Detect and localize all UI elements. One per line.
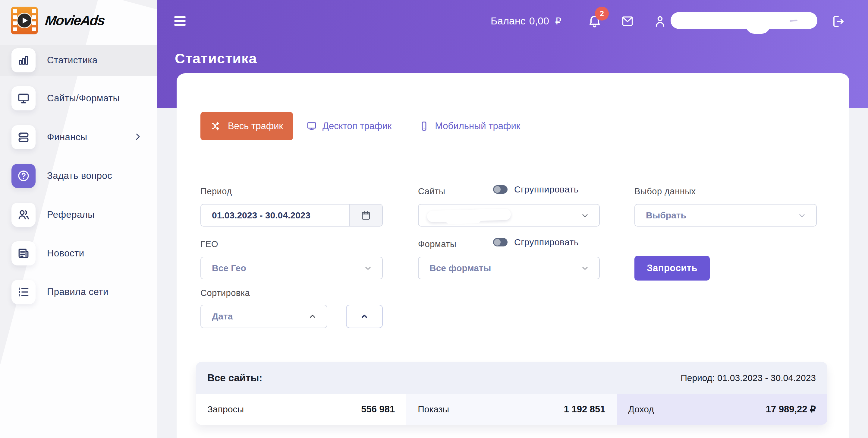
impressions-cell: Показы 1 192 851 [406,393,617,425]
chevron-down-icon [581,211,590,220]
username-redacted [671,12,817,29]
news-icon [11,241,36,265]
mobile-icon [418,121,430,132]
menu-toggle-button[interactable] [174,16,186,26]
sidebar-item-label: Статистика [47,55,98,66]
logout-button[interactable] [831,14,845,30]
summary-header: Все сайты: Период: 01.03.2023 - 30.04.20… [196,362,827,393]
server-icon [11,125,36,149]
caret-up-icon [360,312,369,321]
sidebar-item-label: Финансы [47,132,87,143]
chevron-up-icon [308,312,317,321]
brand-name: MovieAds [44,13,105,28]
sidebar-item-sites-formats[interactable]: Сайты/Форматы [0,83,157,114]
bar-chart-icon [11,48,36,72]
geo-value: Все Гео [201,263,246,273]
sidebar-item-network-rules[interactable]: Правила сети [0,276,157,308]
sort-value: Дата [201,311,233,322]
period-field[interactable]: 01.03.2023 - 30.04.2023 [200,204,383,227]
notifications-count-badge: 2 [595,7,609,21]
users-icon [11,203,36,227]
desktop-icon [306,121,317,132]
data-select[interactable]: Выбрать [634,204,817,227]
formats-group-label: Сгруппировать [514,237,579,247]
income-cell: Доход 17 989,22 ₽ [617,393,827,425]
balance-value: 0,00 [529,15,549,27]
tab-label: Десктоп трафик [322,121,392,132]
geo-label: ГЕО [200,239,218,249]
sidebar-item-ask-question[interactable]: Задать вопрос [0,160,157,192]
calendar-icon [360,210,372,221]
data-select-label: Выбор данных [634,186,696,196]
sites-value-redacted [427,208,511,222]
geo-select[interactable]: Все Гео [200,257,383,279]
tab-desktop-traffic[interactable]: Десктоп трафик [306,121,392,132]
logout-icon [831,14,845,29]
chevron-down-icon [364,264,373,273]
summary-table: Все сайты: Период: 01.03.2023 - 30.04.20… [196,362,827,425]
sites-group-toggle[interactable] [493,185,507,194]
sites-label: Сайты [418,186,445,196]
sidebar-item-label: Правила сети [47,287,108,297]
period-label: Период [200,186,232,196]
summary-period: Период: 01.03.2023 - 30.04.2023 [681,373,816,383]
sort-label: Сортировка [200,288,250,298]
period-value: 01.03.2023 - 30.04.2023 [201,210,310,221]
monitor-icon [11,86,36,110]
sidebar: MovieAds Статистика Сайты/Форматы Финанс… [0,0,157,438]
sidebar-item-finances[interactable]: Финансы [0,122,157,153]
tab-label: Мобильный трафик [435,121,520,132]
tab-label: Весь трафик [228,121,283,132]
statistics-panel: Весь трафик Десктоп трафик Мобильный тра… [177,73,849,438]
user-icon [653,14,667,29]
balance: Баланс 0,00 ₽ [491,15,561,27]
shuffle-icon [210,120,222,132]
income-value: 17 989,22 ₽ [766,404,816,415]
play-icon [17,13,32,28]
requests-label: Запросы [207,404,244,414]
summary-title: Все сайты: [207,372,262,384]
film-reel-icon [11,7,38,34]
requests-value: 556 981 [361,404,395,415]
formats-label: Форматы [418,239,456,249]
sort-direction-button[interactable] [346,305,383,328]
tab-all-traffic[interactable]: Весь трафик [200,112,293,140]
page-title: Статистика [175,50,257,67]
tab-mobile-traffic[interactable]: Мобильный трафик [418,121,520,132]
formats-value: Все форматы [418,263,491,273]
sidebar-item-label: Задать вопрос [47,170,112,181]
profile-button[interactable] [653,14,667,30]
sidebar-item-news[interactable]: Новости [0,238,157,269]
sites-group-wrap: Сгруппировать [493,184,579,195]
sort-select[interactable]: Дата [200,305,327,328]
chevron-down-icon [798,211,807,220]
request-button[interactable]: Запросить [634,256,710,281]
impressions-label: Показы [418,404,449,414]
brand-logo[interactable]: MovieAds [0,0,157,41]
question-icon [11,164,36,188]
formats-select[interactable]: Все форматы [418,257,600,279]
sidebar-item-statistics[interactable]: Статистика [0,45,157,76]
mail-icon [620,14,635,28]
traffic-tabs: Весь трафик Десктоп трафик Мобильный тра… [200,112,520,140]
summary-row: Запросы 556 981 Показы 1 192 851 Доход 1… [196,393,827,425]
chevron-right-icon [133,132,142,142]
sites-group-label: Сгруппировать [514,184,579,195]
formats-group-toggle[interactable] [493,238,507,246]
formats-group-wrap: Сгруппировать [493,237,579,247]
sidebar-item-label: Рефералы [47,209,95,220]
income-label: Доход [628,404,654,414]
sidebar-item-referrals[interactable]: Рефералы [0,199,157,230]
ruble-currency-icon: ₽ [555,16,561,27]
messages-button[interactable] [620,14,635,29]
movieads-app: MovieAds Статистика Сайты/Форматы Финанс… [0,0,868,438]
balance-label: Баланс [491,15,526,27]
sidebar-item-label: Сайты/Форматы [47,93,120,104]
impressions-value: 1 192 851 [564,404,606,415]
calendar-button[interactable] [349,205,382,226]
data-select-value: Выбрать [635,210,686,221]
requests-cell: Запросы 556 981 [196,393,406,425]
sidebar-item-label: Новости [47,248,84,259]
notifications-button[interactable]: 2 [587,13,602,31]
sites-select[interactable] [418,204,600,227]
